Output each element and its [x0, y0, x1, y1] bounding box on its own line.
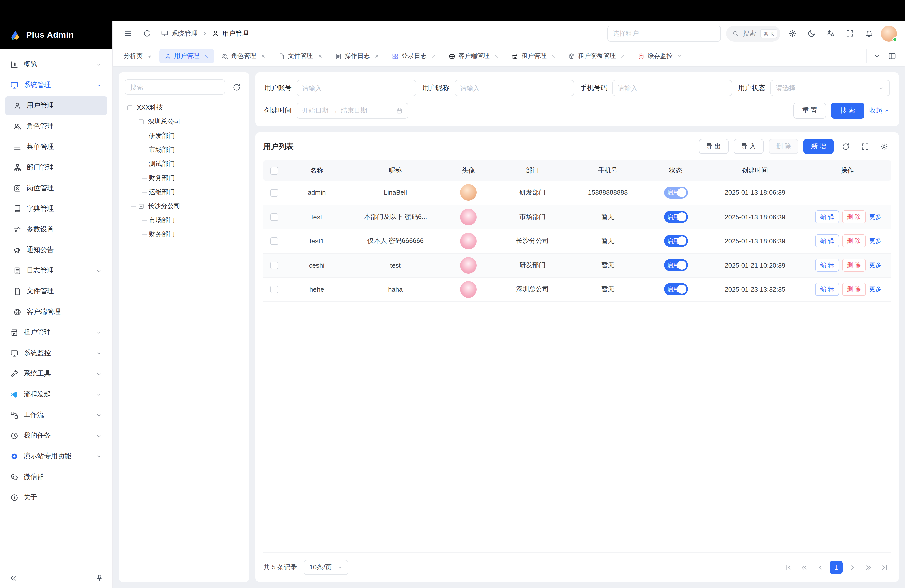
tree-node[interactable]: 测试部门: [149, 157, 243, 171]
sidebar-item-process-initiation[interactable]: 流程发起: [5, 385, 107, 404]
settings-gear-button[interactable]: [785, 26, 799, 40]
page-size-select[interactable]: 10条/页: [304, 560, 348, 575]
user-avatar[interactable]: [881, 25, 897, 41]
tab-analysis-page[interactable]: 分析页: [119, 49, 157, 64]
sidebar-item-my-tasks[interactable]: 我的任务: [5, 426, 107, 445]
sidebar-item-workflow[interactable]: 工作流: [5, 405, 107, 424]
sidebar-item-wechat-group[interactable]: 微信群: [5, 467, 107, 486]
delete-button[interactable]: 删 除: [842, 234, 866, 248]
edit-button[interactable]: 编 辑: [815, 210, 839, 223]
tab-user-management[interactable]: 用户管理: [159, 49, 214, 64]
export-button[interactable]: 导 出: [699, 139, 729, 154]
language-translate-button[interactable]: [824, 26, 838, 40]
tab-role-management[interactable]: 角色管理: [216, 49, 271, 64]
edit-button[interactable]: 编 辑: [815, 259, 839, 272]
sidebar-item-post-management[interactable]: 岗位管理: [5, 178, 107, 198]
theme-moon-button[interactable]: [805, 26, 819, 40]
filter-created-date-range[interactable]: 开始日期 → 结束日期: [297, 103, 408, 119]
sidebar-item-log-management[interactable]: 日志管理: [5, 261, 107, 280]
filter-phone-text-input[interactable]: [618, 84, 727, 92]
sidebar-item-menu-management[interactable]: 菜单管理: [5, 137, 107, 156]
filter-nickname-input[interactable]: [454, 80, 574, 96]
tabs-dropdown-button[interactable]: [870, 49, 884, 63]
status-toggle[interactable]: 启用: [664, 259, 687, 271]
filter-phone-input[interactable]: [612, 80, 732, 96]
tenant-select[interactable]: [607, 25, 721, 41]
row-checkbox[interactable]: [270, 237, 278, 245]
more-button[interactable]: 更多: [869, 237, 881, 244]
tree-node[interactable]: 长沙分公司: [138, 199, 243, 213]
page-number-current[interactable]: 1: [830, 561, 843, 574]
sidebar-item-file-management[interactable]: 文件管理: [5, 282, 107, 301]
hamburger-menu-button[interactable]: [121, 26, 135, 40]
breadcrumb-item-system[interactable]: 系统管理: [161, 29, 198, 38]
sidebar-item-system-monitor[interactable]: 系统监控: [5, 343, 107, 363]
select-all-checkbox[interactable]: [270, 167, 278, 175]
table-column-settings-button[interactable]: [877, 139, 891, 153]
next-page-button[interactable]: [846, 561, 859, 574]
sidebar-item-role-management[interactable]: 角色管理: [5, 117, 107, 136]
sidebar-item-user-management[interactable]: 用户管理: [5, 96, 107, 115]
sidebar-item-overview[interactable]: 概览: [5, 55, 107, 74]
tree-node[interactable]: 市场部门: [149, 213, 243, 227]
row-checkbox[interactable]: [270, 286, 278, 293]
sidebar-item-system-management[interactable]: 系统管理: [5, 75, 107, 95]
more-button[interactable]: 更多: [869, 286, 881, 292]
collapse-filters-link[interactable]: 收起: [869, 106, 890, 115]
filter-account-input[interactable]: [297, 80, 416, 96]
tab-file-management[interactable]: 文件管理: [273, 49, 327, 64]
more-button[interactable]: 更多: [869, 213, 881, 220]
sidebar-item-system-tools[interactable]: 系统工具: [5, 364, 107, 383]
sidebar-item-tenant-management[interactable]: 租户管理: [5, 323, 107, 342]
notification-bell-button[interactable]: [862, 26, 876, 40]
tree-node[interactable]: 运维部门: [149, 185, 243, 199]
tree-node[interactable]: 财务部门: [149, 227, 243, 242]
first-page-button[interactable]: [781, 561, 794, 574]
prev-pages-button[interactable]: [797, 561, 810, 574]
fullscreen-button[interactable]: [843, 26, 857, 40]
row-checkbox[interactable]: [270, 213, 278, 221]
prev-page-button[interactable]: [813, 561, 827, 574]
delete-button[interactable]: 删 除: [842, 283, 866, 296]
filter-account-text-input[interactable]: [302, 84, 411, 92]
table-refresh-button[interactable]: [838, 139, 853, 153]
tree-node[interactable]: 研发部门: [149, 129, 243, 143]
sidebar-item-about[interactable]: 关于: [5, 488, 107, 507]
tree-node[interactable]: 深圳总公司: [138, 115, 243, 129]
logo[interactable]: Plus Admin: [0, 21, 112, 49]
delete-selected-button[interactable]: 删 除: [769, 139, 799, 154]
next-pages-button[interactable]: [862, 561, 875, 574]
delete-button[interactable]: 删 除: [842, 210, 866, 223]
reset-button[interactable]: 重 置: [793, 103, 826, 119]
edit-button[interactable]: 编 辑: [815, 234, 839, 248]
global-search-button[interactable]: 搜索 ⌘ K: [726, 25, 780, 41]
sidebar-item-client-management[interactable]: 客户端管理: [5, 302, 107, 321]
sidebar-item-notice-announcement[interactable]: 通知公告: [5, 240, 107, 259]
tree-search-field[interactable]: [125, 79, 225, 95]
tab-login-log[interactable]: 登录日志: [386, 49, 441, 64]
sidebar-item-department-management[interactable]: 部门管理: [5, 158, 107, 177]
status-toggle[interactable]: 启用: [664, 187, 687, 199]
filter-nickname-text-input[interactable]: [460, 84, 568, 92]
status-toggle[interactable]: 启用: [664, 283, 687, 295]
tree-node[interactable]: 市场部门: [149, 143, 243, 157]
status-toggle[interactable]: 启用: [664, 211, 687, 223]
tree-node[interactable]: 财务部门: [149, 171, 243, 185]
filter-status-input[interactable]: 请选择: [770, 80, 890, 96]
add-button[interactable]: 新 增: [804, 139, 834, 154]
tenant-select-input[interactable]: [613, 30, 715, 37]
tab-tenant-package-management[interactable]: 租户套餐管理: [563, 49, 630, 64]
import-button[interactable]: 导 入: [734, 139, 764, 154]
tab-tenant-management[interactable]: 租户管理: [506, 49, 561, 64]
sidebar-item-demo-features[interactable]: 演示站专用功能: [5, 447, 107, 466]
sidebar-collapse-button[interactable]: [7, 572, 19, 584]
edit-button[interactable]: 编 辑: [815, 283, 839, 296]
tree-search-input[interactable]: [130, 83, 220, 91]
row-checkbox[interactable]: [270, 262, 278, 269]
tab-cache-monitor[interactable]: 缓存监控: [632, 49, 687, 64]
breadcrumb-item-user[interactable]: 用户管理: [212, 29, 248, 38]
table-fullscreen-button[interactable]: [858, 139, 872, 153]
delete-button[interactable]: 删 除: [842, 259, 866, 272]
tab-operation-log[interactable]: 操作日志: [330, 49, 384, 64]
tree-node[interactable]: XXX科技: [127, 100, 243, 115]
